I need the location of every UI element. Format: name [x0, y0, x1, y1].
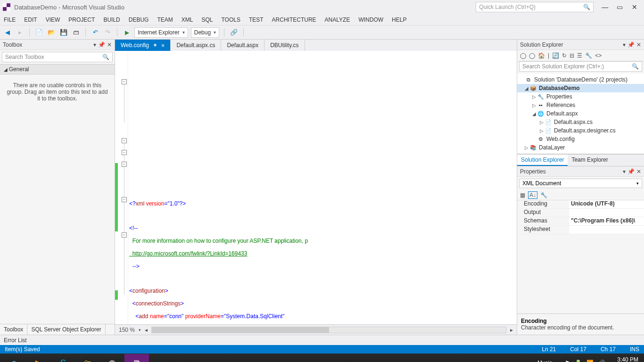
- dropdown-icon[interactable]: ▾: [93, 41, 96, 48]
- tab-sql-server-object-explorer[interactable]: SQL Server Object Explorer: [27, 324, 105, 335]
- quick-launch-input[interactable]: Quick Launch (Ctrl+Q) 🔍: [476, 2, 594, 12]
- menu-xml[interactable]: XML: [182, 16, 193, 23]
- close-panel-icon[interactable]: ✕: [636, 168, 641, 175]
- back-icon[interactable]: ◯: [520, 52, 526, 59]
- tree-item[interactable]: ▷📚DataLayer: [517, 143, 644, 152]
- menu-file[interactable]: FILE: [4, 16, 16, 23]
- solution-explorer-header: Solution Explorer ▾📌✕: [517, 40, 644, 50]
- sync-icon[interactable]: 🔄: [552, 52, 559, 59]
- horizontal-scrollbar[interactable]: [151, 327, 506, 333]
- dropdown-icon[interactable]: ▾: [623, 41, 626, 48]
- tree-item[interactable]: ▷📄Default.aspx.designer.cs: [517, 126, 644, 135]
- property-row[interactable]: Stylesheet: [517, 226, 644, 234]
- tray-network-icon[interactable]: 📶: [586, 360, 594, 362]
- menu-team[interactable]: TEAM: [157, 16, 173, 23]
- tree-item[interactable]: ⚙Web.config: [517, 135, 644, 143]
- tab-web-config[interactable]: Web.config⁕×: [115, 40, 171, 51]
- tree-item[interactable]: ◢📦DatabaseDemo: [517, 84, 644, 92]
- back-button[interactable]: ◀: [3, 28, 12, 37]
- maximize-button[interactable]: ▭: [613, 3, 627, 11]
- menu-sql[interactable]: SQL: [201, 16, 213, 23]
- menu-test[interactable]: TEST: [249, 16, 264, 23]
- run-target-dropdown[interactable]: Internet Explorer▾: [134, 27, 188, 38]
- tab-dbutility-cs[interactable]: DBUtility.cs: [264, 40, 305, 51]
- menu-tools[interactable]: TOOLS: [221, 16, 240, 23]
- tree-item[interactable]: ▷▪▪References: [517, 101, 644, 109]
- menu-project[interactable]: PROJECT: [68, 16, 95, 23]
- tab-default-aspx-cs[interactable]: Default.aspx.cs: [171, 40, 221, 51]
- start-button[interactable]: ▶: [122, 28, 132, 37]
- menu-edit[interactable]: EDIT: [24, 16, 37, 23]
- menu-help[interactable]: HELP: [392, 16, 406, 23]
- menu-analyze[interactable]: ANALYZE: [325, 16, 350, 23]
- taskbar-skype-icon[interactable]: S: [51, 354, 75, 362]
- properties-icon[interactable]: 🔧: [585, 52, 592, 59]
- tree-item[interactable]: ▷📄Default.aspx.cs: [517, 118, 644, 126]
- save-button[interactable]: 💾: [59, 28, 68, 37]
- taskbar-explorer-icon[interactable]: 🗂: [75, 354, 100, 362]
- forward-button[interactable]: ▸: [15, 28, 25, 37]
- home-icon[interactable]: 🏠: [538, 52, 545, 59]
- minimize-button[interactable]: —: [598, 3, 611, 11]
- error-list-tab[interactable]: Error List: [0, 335, 644, 345]
- close-icon[interactable]: ×: [161, 42, 165, 49]
- chevron-down-icon[interactable]: ▾: [139, 328, 141, 332]
- property-row[interactable]: Output: [517, 209, 644, 217]
- tab-toolbox[interactable]: Toolbox: [0, 324, 27, 335]
- tab-default-aspx[interactable]: Default.aspx: [221, 40, 264, 51]
- solution-root[interactable]: ⧉ Solution 'DatabaseDemo' (2 projects): [517, 75, 644, 84]
- collapse-icon[interactable]: ⊟: [570, 52, 574, 59]
- property-row[interactable]: EncodingUnicode (UTF-8): [517, 200, 644, 209]
- file-icon: 📚: [529, 144, 537, 151]
- menu-view[interactable]: VIEW: [46, 16, 60, 23]
- code-icon[interactable]: <>: [595, 52, 602, 59]
- pin-icon[interactable]: 📌: [627, 168, 635, 175]
- taskbar-mediaplayer-icon[interactable]: ▶: [26, 354, 51, 362]
- toolbox-search-input[interactable]: Search Toolbox 🔍: [2, 52, 113, 62]
- browser-link-button[interactable]: 🔗: [229, 28, 239, 37]
- tray-chevron-icon[interactable]: «: [557, 360, 560, 362]
- save-all-button[interactable]: 🗃: [71, 28, 81, 37]
- taskbar-vs-icon[interactable]: ⧉: [124, 354, 149, 362]
- pin-icon[interactable]: 📌: [98, 41, 105, 48]
- code-editor[interactable]: − − − − − − <?xml version="1.0"?> <!-- F…: [115, 51, 517, 324]
- forward-icon[interactable]: ◯: [529, 52, 535, 59]
- tray-music[interactable]: Music: [537, 360, 552, 362]
- tray-volume-icon[interactable]: 🔊: [598, 360, 605, 362]
- refresh-icon[interactable]: ↻: [562, 52, 567, 59]
- menu-window[interactable]: WINDOW: [358, 16, 383, 23]
- alphabetical-icon[interactable]: A↓: [528, 191, 537, 199]
- property-pages-icon[interactable]: 🔧: [540, 192, 547, 198]
- tab-team-explorer[interactable]: Team Explorer: [568, 155, 611, 166]
- main-toolbar: ◀ ▸ 📄 📂 💾 🗃 ↶ ↷ ▶ Internet Explorer▾ Deb…: [0, 25, 644, 40]
- menu-debug[interactable]: DEBUG: [129, 16, 149, 23]
- config-dropdown[interactable]: Debug▾: [191, 27, 219, 38]
- close-button[interactable]: ✕: [628, 3, 641, 11]
- taskbar-chrome-icon[interactable]: ◉: [100, 354, 124, 362]
- tree-item[interactable]: ◢🌐Default.aspx: [517, 109, 644, 118]
- pin-icon[interactable]: 📌: [627, 41, 635, 48]
- categorized-icon[interactable]: ▦: [520, 192, 525, 198]
- tree-item[interactable]: ▷🔧Properties: [517, 92, 644, 101]
- solution-tree[interactable]: ⧉ Solution 'DatabaseDemo' (2 projects) ◢…: [517, 74, 644, 154]
- show-all-icon[interactable]: ☰: [577, 52, 582, 59]
- taskbar-ie-icon[interactable]: e: [2, 354, 26, 362]
- undo-button[interactable]: ↶: [91, 28, 100, 37]
- toolbox-group-general[interactable]: General: [0, 64, 115, 74]
- close-panel-icon[interactable]: ✕: [636, 41, 641, 48]
- redo-button[interactable]: ↷: [103, 28, 112, 37]
- new-project-button[interactable]: 📄: [34, 28, 44, 37]
- menu-architecture[interactable]: ARCHITECTURE: [272, 16, 316, 23]
- menu-build[interactable]: BUILD: [103, 16, 120, 23]
- property-row[interactable]: Schemas"C:\Program Files (x86)\: [517, 217, 644, 226]
- tab-solution-explorer[interactable]: Solution Explorer: [517, 155, 568, 166]
- open-button[interactable]: 📂: [47, 28, 56, 37]
- dropdown-icon[interactable]: ▾: [623, 168, 626, 175]
- properties-object-dropdown[interactable]: XML Document ▾: [519, 179, 642, 188]
- zoom-level[interactable]: 150 %: [119, 327, 135, 333]
- tray-flag-icon[interactable]: ⚑: [565, 360, 570, 362]
- tray-clock[interactable]: 3:40 PM 10/24/2013: [610, 357, 638, 362]
- solution-search-input[interactable]: Search Solution Explorer (Ctrl+;) 🔍: [519, 61, 642, 72]
- close-panel-icon[interactable]: ✕: [107, 41, 112, 48]
- tray-battery-icon[interactable]: 🔋: [575, 360, 582, 362]
